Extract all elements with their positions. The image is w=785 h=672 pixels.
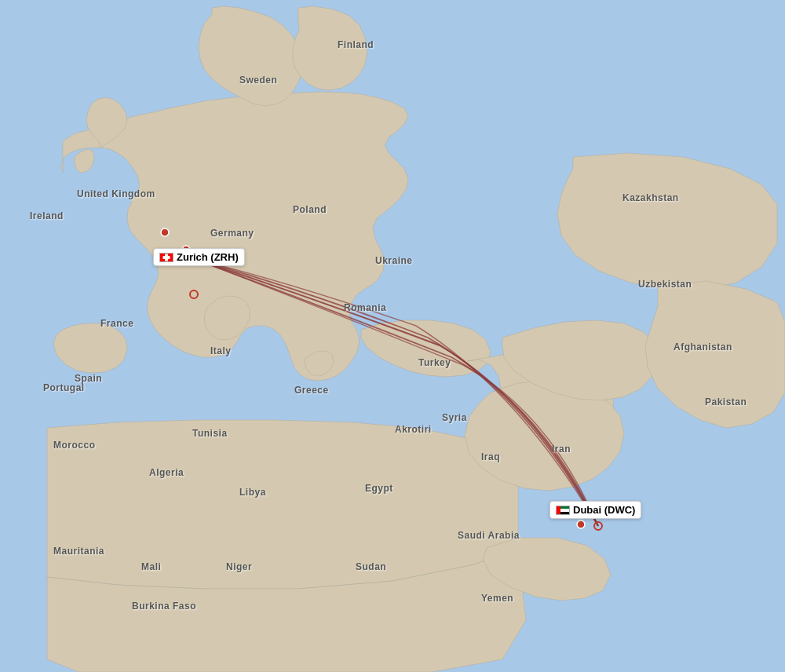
zurich-text: Zurich (ZRH) bbox=[177, 251, 239, 263]
dubai-text: Dubai (DWC) bbox=[573, 504, 635, 516]
svg-point-4 bbox=[577, 520, 585, 528]
map-svg bbox=[0, 0, 785, 672]
map-container: Finland Sweden United Kingdom Ireland Fr… bbox=[0, 0, 785, 672]
uae-flag bbox=[556, 506, 570, 515]
swiss-flag bbox=[159, 253, 173, 262]
zurich-label: Zurich (ZRH) bbox=[153, 248, 245, 266]
dubai-label: Dubai (DWC) bbox=[550, 501, 641, 519]
svg-point-1 bbox=[161, 228, 169, 236]
